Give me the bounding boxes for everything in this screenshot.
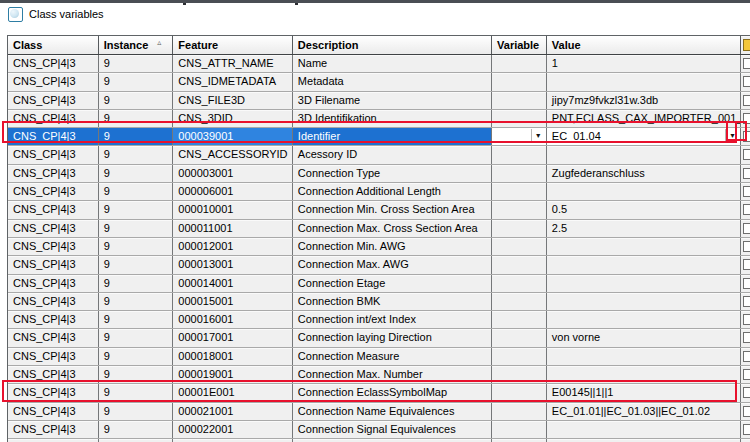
cell-feature[interactable]: 000012001 [173,238,293,255]
cell-instance[interactable]: 9 [99,201,174,218]
table-row[interactable]: CNS_CP|4|39000012001Connection Min. AWG [8,238,750,256]
cell-feature[interactable]: 000010001 [173,201,293,218]
cell-feature[interactable]: 000021001 [173,403,293,420]
cell-value[interactable]: PNT,ECLASS_CAX_IMPORTER_001_CP_4 [547,110,741,127]
variable-dropdown-arrow-icon[interactable]: ▼ [531,129,545,143]
cell-cls[interactable]: CNS_CP|4|3 [8,384,99,401]
cell-instance[interactable]: 9 [99,165,174,182]
row-checkbox[interactable] [743,351,750,362]
row-checkbox[interactable] [743,278,750,289]
cell-cls[interactable]: CNS_CP|4|3 [8,348,99,365]
cell-value[interactable]: EC_01.01||EC_01.03||EC_01.02 [547,403,741,420]
cell-cls[interactable]: CNS_CP|4|3 [8,201,99,218]
cell-cls[interactable]: CNS_CP|4|3 [8,293,99,310]
table-row[interactable]: CNS_CP|4|39000015001Connection BMK [8,293,750,311]
cell-feature[interactable]: 000018001 [173,348,293,365]
cell-variable[interactable] [492,220,547,237]
cell-value[interactable] [547,421,741,438]
cell-description[interactable]: Connection Measure [293,348,492,365]
cell-variable[interactable] [492,293,547,310]
cell-instance[interactable]: 9 [99,403,174,420]
cell-cls[interactable]: CNS_CP|4|3 [8,403,99,420]
cell-variable[interactable] [492,403,547,420]
variable-combobox[interactable]: ▼ [492,128,547,145]
cell-value[interactable] [547,348,741,365]
cell-feature[interactable]: CNS_3DID [173,110,293,127]
table-row[interactable]: CNS_CP|4|39CNS_FILE3D3D Filenamejipy7mz9… [8,92,750,110]
cell-value[interactable] [547,275,741,292]
cell-variable[interactable] [492,329,547,346]
cell-description[interactable]: Connection Etage [293,275,492,292]
cell-cls[interactable]: CNS_CP|4|3 [8,92,99,109]
cell-instance[interactable]: 9 [99,348,174,365]
table-row[interactable]: CNS_CP|4|39CNS_ACCESSORYIDAcessory ID [8,146,750,164]
column-header-description[interactable]: Description [293,36,492,54]
cell-cls[interactable]: CNS_CP|4|3 [8,256,99,273]
cell-variable[interactable] [492,183,547,200]
table-row[interactable]: CNS_CP|4|39CNS_IDMETADATAMetadata [8,73,750,91]
cell-cls[interactable]: CNS_CP|4|3 [8,165,99,182]
cell-description[interactable]: Connection Max. AWG [293,256,492,273]
table-row[interactable]: CNS_CP|4|39CNS_3DID3D IdentifikationPNT,… [8,110,750,128]
cell-description[interactable]: 3D Identifikation [293,110,492,127]
cell-description[interactable]: Metadata [293,73,492,90]
cell-value[interactable]: 2.5 [547,220,741,237]
cell-variable[interactable] [492,146,547,163]
row-checkbox[interactable] [743,113,750,124]
cell-description[interactable]: Acessory ID [293,146,492,163]
cell-feature[interactable]: 000019001 [173,366,293,383]
cell-variable[interactable] [492,311,547,328]
cell-instance[interactable]: 9 [99,293,174,310]
cell-instance[interactable]: 9 [99,329,174,346]
table-row[interactable]: CNS_CP|4|39000010001Connection Min. Cros… [8,201,750,219]
column-header-variable[interactable]: Variable [492,36,547,54]
row-checkbox[interactable] [743,296,750,307]
cell-instance[interactable]: 9 [99,421,174,438]
cell-feature[interactable]: 000022001 [173,421,293,438]
cell-instance[interactable]: 9 [99,110,174,127]
cell-description[interactable]: Connection Signal Equivalences [293,421,492,438]
cell-instance[interactable]: 9 [99,311,174,328]
column-header-class[interactable]: Class [8,36,99,54]
cell-value[interactable] [547,146,741,163]
cell-description[interactable]: Connection Additional Length [293,183,492,200]
row-checkbox[interactable] [743,186,750,197]
row-checkbox[interactable] [743,58,750,69]
row-checkbox[interactable] [743,387,750,398]
cell-cls[interactable]: CNS_CP|4|3 [8,366,99,383]
cell-instance[interactable]: 9 [99,238,174,255]
row-checkbox[interactable] [743,332,750,343]
cell-variable[interactable] [492,201,547,218]
cell-feature[interactable]: CNS_FILE3D [173,92,293,109]
column-header-value[interactable]: Value [547,36,741,54]
cell-variable[interactable] [492,165,547,182]
cell-instance[interactable]: 9 [99,275,174,292]
cell-description[interactable]: Name [293,55,492,72]
cell-value[interactable] [547,256,741,273]
table-row[interactable]: CNS_CP|4|39000016001Connection int/ext I… [8,311,750,329]
cell-feature[interactable]: 000003001 [173,165,293,182]
cell-instance[interactable]: 9 [99,73,174,90]
cell-description[interactable]: Identifier [293,128,492,145]
cell-cls[interactable]: CNS_CP|4|3 [8,183,99,200]
table-row[interactable]: CNS_CP|4|3900001E001Connection EclassSym… [8,384,750,402]
cell-cls[interactable]: CNS_CP|4|3 [8,146,99,163]
cell-value[interactable] [547,311,741,328]
cell-feature[interactable]: 000017001 [173,329,293,346]
table-row[interactable]: CNS_CP|4|39000006001Connection Additiona… [8,183,750,201]
cell-variable[interactable] [492,348,547,365]
cell-variable[interactable] [492,92,547,109]
cell-feature[interactable]: 000015001 [173,293,293,310]
cell-cls[interactable]: CNS_CP|4|3 [8,55,99,72]
row-checkbox[interactable] [743,149,750,160]
cell-value[interactable] [547,73,741,90]
cell-description[interactable]: Connection laying Direction [293,329,492,346]
cell-variable[interactable] [492,73,547,90]
cell-feature[interactable]: 000013001 [173,256,293,273]
value-dropdown-arrow-icon[interactable]: ▼ [725,129,739,143]
cell-feature[interactable]: 000011001 [173,220,293,237]
cell-variable[interactable] [492,384,547,401]
cell-value[interactable]: Zugfederanschluss [547,165,741,182]
cell-cls[interactable]: CNS_CP|4|3 [8,421,99,438]
cell-instance[interactable]: 9 [99,55,174,72]
